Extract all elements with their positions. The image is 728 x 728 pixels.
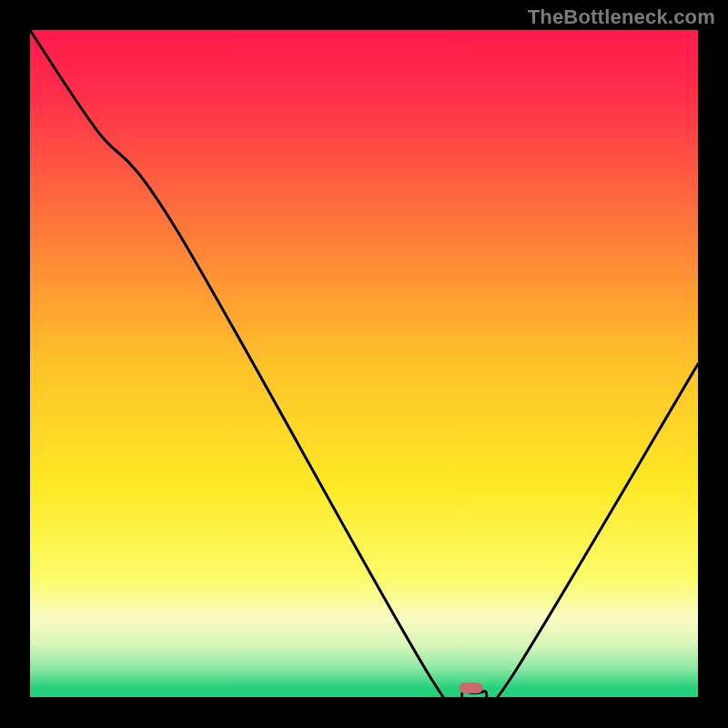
bottleneck-chart <box>0 0 728 728</box>
chart-frame: TheBottleneck.com <box>0 0 728 728</box>
plot-background <box>30 30 698 698</box>
watermark-text: TheBottleneck.com <box>528 5 715 29</box>
optimal-marker <box>459 682 482 693</box>
